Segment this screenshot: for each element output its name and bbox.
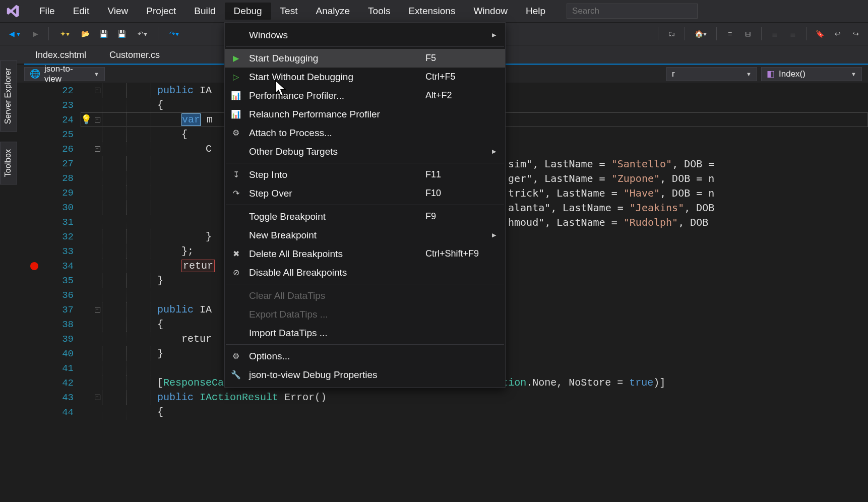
line-number: 27 <box>44 158 80 169</box>
menu-item-label: Toggle Breakpoint <box>249 211 418 222</box>
code-fragment[interactable]: ger", LastName = "Zupone", DOB = n <box>508 171 714 185</box>
nav-back-button[interactable]: ◀ ▾ <box>4 26 25 42</box>
save-button[interactable]: 💾 <box>95 26 111 42</box>
code-text[interactable]: public IActionResult Error() <box>157 392 868 403</box>
menu-build[interactable]: Build <box>185 3 224 20</box>
doctab-indexcshtml[interactable]: Index.cshtml <box>24 47 97 64</box>
menu-item-label: Clear All DataTips <box>249 290 418 301</box>
bookmark-next-icon[interactable]: ↪ <box>848 26 864 42</box>
debug-menu-options-[interactable]: ⚙Options... <box>225 347 505 365</box>
menu-file[interactable]: File <box>30 3 64 20</box>
code-text[interactable]: { <box>157 406 868 418</box>
breakpoint-icon[interactable] <box>30 262 38 270</box>
line-number: 29 <box>44 187 80 199</box>
doctab-customercs[interactable]: Customer.cs <box>98 47 171 64</box>
step-over-icon: ↷ <box>230 189 242 198</box>
menu-project[interactable]: Project <box>137 3 185 20</box>
sidetab-server-explorer[interactable]: Server Explorer <box>0 60 17 132</box>
play-icon: ▶ <box>230 53 242 63</box>
menu-extensions[interactable]: Extensions <box>399 3 464 20</box>
menu-item-label: Start Debugging <box>249 53 418 64</box>
nav-fwd-button[interactable]: ▶ <box>27 26 43 42</box>
debug-menu-start-without-debugging[interactable]: ▷Start Without DebuggingCtrl+F5 <box>225 68 505 86</box>
menu-item-label: Step Over <box>249 188 418 199</box>
menu-search[interactable] <box>567 4 698 19</box>
sidetab-toolbox[interactable]: Toolbox <box>0 142 17 184</box>
menu-help[interactable]: Help <box>517 3 554 20</box>
line-number: 32 <box>44 231 80 242</box>
uncomment-icon[interactable]: ≣ <box>785 26 801 42</box>
menu-item-label: Performance Profiler... <box>249 90 418 101</box>
debug-menu-attach-to-process-[interactable]: ⚙Attach to Process... <box>225 123 505 142</box>
debug-menu-relaunch-performance-profiler[interactable]: 📊Relaunch Performance Profiler <box>225 105 505 123</box>
open-file-button[interactable]: 📂 <box>77 26 93 42</box>
menu-item-shortcut: F10 <box>425 188 496 199</box>
browse-button[interactable]: 🏠▾ <box>690 26 711 42</box>
bookmark-icon[interactable]: 🔖 <box>812 26 828 42</box>
debug-menu-other-debug-targets[interactable]: Other Debug Targets▶ <box>225 142 505 161</box>
step-into-icon: ↧ <box>230 170 242 179</box>
debug-menu-clear-all-datatips: Clear All DataTips <box>225 286 505 305</box>
browser-link-icon[interactable]: 🗂 <box>663 26 679 42</box>
lightbulb-icon[interactable]: 💡 <box>81 115 92 125</box>
editor-margin[interactable] <box>24 262 44 270</box>
code-fragment[interactable]: hmoud", LastName = "Rudolph", DOB <box>508 215 708 229</box>
debug-menu-disable-all-breakpoints[interactable]: ⊘Disable All Breakpoints <box>225 263 505 282</box>
fold-toggle-icon[interactable]: − <box>95 88 100 93</box>
menu-item-label: Attach to Process... <box>249 128 418 139</box>
menu-debug[interactable]: Debug <box>225 3 271 20</box>
debug-menu-json-to-view-debug-properties[interactable]: 🔧json-to-view Debug Properties <box>225 365 505 384</box>
menu-tools[interactable]: Tools <box>359 3 399 20</box>
code-fragment[interactable]: alanta", LastName = "Jeakins", DOB <box>508 200 714 215</box>
member-combo[interactable]: ◧ Index() ▼ <box>761 67 862 81</box>
menu-item-shortcut: Ctrl+Shift+F9 <box>425 248 496 259</box>
search-input[interactable] <box>567 4 698 19</box>
line-number: 23 <box>44 100 80 111</box>
menu-item-label: json-to-view Debug Properties <box>249 369 418 381</box>
fold-toggle-icon[interactable]: − <box>95 307 100 312</box>
bookmark-prev-icon[interactable]: ↩ <box>830 26 846 42</box>
scope-combo[interactable]: 🌐 json-to-view ▼ <box>24 67 105 81</box>
save-all-button[interactable]: 💾 <box>113 26 130 42</box>
format-icon[interactable]: ⊟ <box>740 26 756 42</box>
comment-icon[interactable]: ≣ <box>767 26 783 42</box>
debug-menu-import-datatips-[interactable]: Import DataTips ... <box>225 324 505 342</box>
new-item-button[interactable]: ✦▾ <box>54 26 75 42</box>
menu-item-label: Delete All Breakpoints <box>249 248 418 260</box>
method-cube-icon: ◧ <box>767 69 775 79</box>
menu-window[interactable]: Window <box>464 3 517 20</box>
globe-icon: 🌐 <box>30 69 40 79</box>
debug-menu-toggle-breakpoint[interactable]: Toggle BreakpointF9 <box>225 207 505 226</box>
line-number: 42 <box>44 378 80 389</box>
debug-menu-step-into[interactable]: ↧Step IntoF11 <box>225 165 505 184</box>
disable-bp-icon: ⊘ <box>230 268 242 277</box>
menu-view[interactable]: View <box>98 3 137 20</box>
line-number: 41 <box>44 363 80 374</box>
menu-item-label: Export DataTips ... <box>249 309 418 320</box>
menu-edit[interactable]: Edit <box>64 3 99 20</box>
class-combo[interactable]: r ▼ <box>666 67 757 81</box>
debug-menu-delete-all-breakpoints[interactable]: ✖Delete All BreakpointsCtrl+Shift+F9 <box>225 244 505 263</box>
debug-menu-new-breakpoint[interactable]: New Breakpoint▶ <box>225 226 505 244</box>
line-number: 26 <box>44 144 80 155</box>
fold-toggle-icon[interactable]: − <box>95 395 100 400</box>
code-line[interactable]: 44{ <box>24 405 868 419</box>
scope-label: json-to-view <box>44 64 90 84</box>
fold-toggle-icon[interactable]: − <box>95 146 100 152</box>
debug-menu-windows[interactable]: Windows▶ <box>225 26 505 44</box>
redo-button[interactable]: ↷▾ <box>163 26 184 42</box>
code-line[interactable]: 43−public IActionResult Error() <box>24 390 868 405</box>
class-label: r <box>672 69 675 79</box>
menu-analyze[interactable]: Analyze <box>306 3 359 20</box>
debug-menu-export-datatips-: Export DataTips ... <box>225 305 505 324</box>
code-fragment[interactable]: sim", LastName = "Santello", DOB = <box>508 156 720 171</box>
menu-test[interactable]: Test <box>271 3 307 20</box>
debug-menu-start-debugging[interactable]: ▶Start DebuggingF5 <box>225 49 505 68</box>
indent-icon[interactable]: ≡ <box>722 26 738 42</box>
line-number: 40 <box>44 348 80 359</box>
debug-menu-step-over[interactable]: ↷Step OverF10 <box>225 184 505 203</box>
code-fragment[interactable]: trick", LastName = "Have", DOB = n <box>508 185 714 200</box>
undo-button[interactable]: ↶▾ <box>132 26 153 42</box>
debug-menu-performance-profiler-[interactable]: 📊Performance Profiler...Alt+F2 <box>225 86 505 105</box>
fold-toggle-icon[interactable]: − <box>95 117 100 122</box>
